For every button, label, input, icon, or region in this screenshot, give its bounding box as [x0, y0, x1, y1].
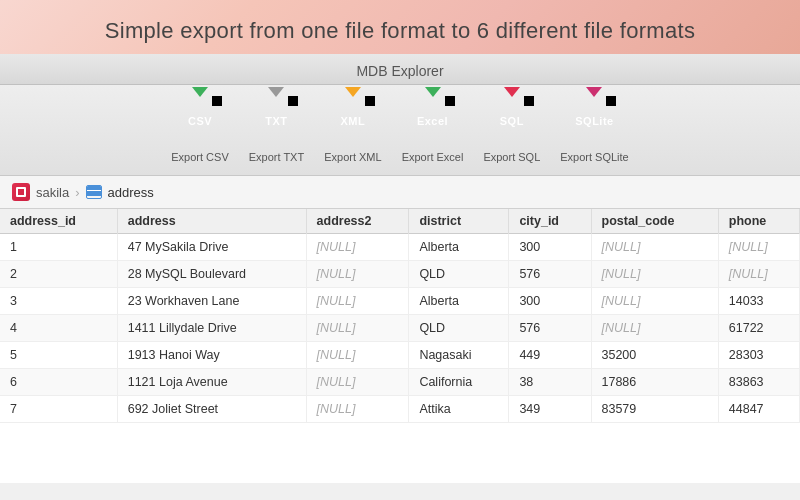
header-row: address_idaddressaddress2districtcity_id… [0, 209, 800, 234]
xml-file-icon: XML [329, 95, 377, 147]
cell-phone-2: 14033 [718, 288, 799, 315]
sql-btn-caption: Export SQL [483, 151, 540, 163]
excel-file-shape: Excel [411, 96, 455, 146]
cell-address-1: 28 MySQL Boulevard [117, 261, 306, 288]
sql-file-icon: SQL [488, 95, 536, 147]
cell-city_id-2: 300 [509, 288, 591, 315]
breadcrumb-bar: sakila › address [0, 176, 800, 209]
cell-district-2: Alberta [409, 288, 509, 315]
cell-postal_code-5: 17886 [591, 369, 718, 396]
cell-address2-5: [NULL] [306, 369, 409, 396]
cell-address2-2: [NULL] [306, 288, 409, 315]
export-csv-button[interactable]: CSV Export CSV [171, 95, 228, 163]
txt-file-icon: TXT [252, 95, 300, 147]
cell-address2-1: [NULL] [306, 261, 409, 288]
table-header: address_idaddressaddress2districtcity_id… [0, 209, 800, 234]
table-row: 41411 Lillydale Drive[NULL]QLD576[NULL]6… [0, 315, 800, 342]
table-row: 51913 Hanoi Way[NULL]Nagasaki44935200283… [0, 342, 800, 369]
col-header-district: district [409, 209, 509, 234]
data-table-wrapper: address_idaddressaddress2districtcity_id… [0, 209, 800, 483]
cell-address_id-5: 6 [0, 369, 117, 396]
csv-file-shape: CSV [178, 96, 222, 146]
cell-city_id-1: 576 [509, 261, 591, 288]
export-excel-button[interactable]: Excel Export Excel [402, 95, 464, 163]
cell-address-5: 1121 Loja Avenue [117, 369, 306, 396]
col-header-address2: address2 [306, 209, 409, 234]
cell-address-3: 1411 Lillydale Drive [117, 315, 306, 342]
cell-phone-0: [NULL] [718, 234, 799, 261]
sqlite-file-label: SQLite [575, 115, 613, 127]
cell-address_id-2: 3 [0, 288, 117, 315]
cell-postal_code-6: 83579 [591, 396, 718, 423]
cell-address-6: 692 Joliet Street [117, 396, 306, 423]
sql-file-label: SQL [500, 115, 524, 127]
xml-file-label: XML [341, 115, 366, 127]
col-header-city_id: city_id [509, 209, 591, 234]
sqlite-file-icon: SQLite [570, 95, 618, 147]
table-row: 61121 Loja Avenue[NULL]California3817886… [0, 369, 800, 396]
col-header-phone: phone [718, 209, 799, 234]
cell-phone-5: 83863 [718, 369, 799, 396]
export-txt-button[interactable]: TXT Export TXT [249, 95, 304, 163]
col-header-postal_code: postal_code [591, 209, 718, 234]
excel-file-icon: Excel [409, 95, 457, 147]
txt-btn-caption: Export TXT [249, 151, 304, 163]
col-header-address: address [117, 209, 306, 234]
sqlite-file-shape: SQLite [572, 96, 616, 146]
cell-address2-3: [NULL] [306, 315, 409, 342]
breadcrumb-db: sakila [36, 185, 69, 200]
table-body: 147 MySakila Drive[NULL]Alberta300[NULL]… [0, 234, 800, 423]
cell-district-0: Alberta [409, 234, 509, 261]
cell-postal_code-4: 35200 [591, 342, 718, 369]
cell-address2-0: [NULL] [306, 234, 409, 261]
csv-file-label: CSV [188, 115, 212, 127]
table-row: 228 MySQL Boulevard[NULL]QLD576[NULL][NU… [0, 261, 800, 288]
txt-file-label: TXT [265, 115, 287, 127]
cell-phone-6: 44847 [718, 396, 799, 423]
cell-address-0: 47 MySakila Drive [117, 234, 306, 261]
cell-city_id-4: 449 [509, 342, 591, 369]
cell-district-3: QLD [409, 315, 509, 342]
export-xml-button[interactable]: XML Export XML [324, 95, 381, 163]
cell-address_id-6: 7 [0, 396, 117, 423]
cell-address_id-4: 5 [0, 342, 117, 369]
db-icon [12, 183, 30, 201]
table-icon [86, 185, 102, 199]
excel-btn-caption: Export Excel [402, 151, 464, 163]
cell-district-6: Attika [409, 396, 509, 423]
col-header-address_id: address_id [0, 209, 117, 234]
export-sqlite-button[interactable]: SQLite Export SQLite [560, 95, 628, 163]
breadcrumb-separator: › [75, 185, 79, 200]
cell-phone-1: [NULL] [718, 261, 799, 288]
cell-address_id-3: 4 [0, 315, 117, 342]
data-table: address_idaddressaddress2districtcity_id… [0, 209, 800, 423]
cell-address-4: 1913 Hanoi Way [117, 342, 306, 369]
table-row: 147 MySakila Drive[NULL]Alberta300[NULL]… [0, 234, 800, 261]
csv-file-icon: CSV [176, 95, 224, 147]
xml-file-shape: XML [331, 96, 375, 146]
cell-postal_code-2: [NULL] [591, 288, 718, 315]
cell-phone-3: 61722 [718, 315, 799, 342]
cell-city_id-0: 300 [509, 234, 591, 261]
cell-postal_code-3: [NULL] [591, 315, 718, 342]
cell-address-2: 23 Workhaven Lane [117, 288, 306, 315]
table-row: 7692 Joliet Street[NULL]Attika3498357944… [0, 396, 800, 423]
banner-title: Simple export from one file format to 6 … [20, 18, 780, 44]
export-sql-button[interactable]: SQL Export SQL [483, 95, 540, 163]
cell-city_id-6: 349 [509, 396, 591, 423]
breadcrumb-table: address [108, 185, 154, 200]
cell-district-1: QLD [409, 261, 509, 288]
table-row: 323 Workhaven Lane[NULL]Alberta300[NULL]… [0, 288, 800, 315]
cell-district-5: California [409, 369, 509, 396]
app-title-bar: MDB Explorer [0, 54, 800, 85]
cell-address2-4: [NULL] [306, 342, 409, 369]
csv-btn-caption: Export CSV [171, 151, 228, 163]
cell-district-4: Nagasaki [409, 342, 509, 369]
header-banner: Simple export from one file format to 6 … [0, 0, 800, 54]
cell-postal_code-1: [NULL] [591, 261, 718, 288]
excel-file-label: Excel [417, 115, 448, 127]
txt-file-shape: TXT [254, 96, 298, 146]
cell-phone-4: 28303 [718, 342, 799, 369]
cell-city_id-5: 38 [509, 369, 591, 396]
cell-address_id-1: 2 [0, 261, 117, 288]
